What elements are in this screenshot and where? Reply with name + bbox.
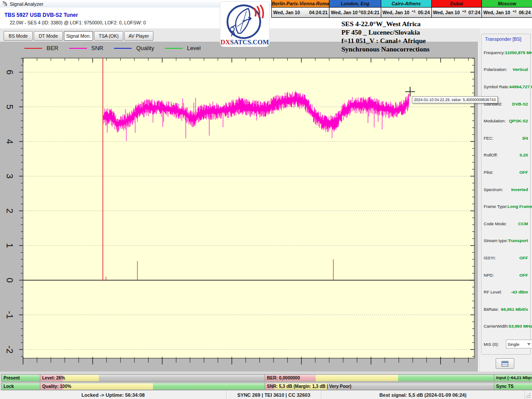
transponder-row-spectrum: Spectrum:Inverted: [481, 181, 530, 198]
clock-london-eng: London, EngWed, Jan 10-103:24:21: [329, 0, 381, 18]
transponder-label: Pilot:: [484, 170, 493, 175]
clock-value: 03:24:21: [361, 10, 379, 15]
clock-time-row: Wed, Jan 10-103:24:21: [329, 8, 381, 18]
clock-city-label: Moscow: [482, 0, 532, 8]
transponder-value: Vertical: [512, 67, 528, 72]
transponder-groupbox-title: Transponder [BS]: [484, 36, 523, 42]
bar-quality: Quality: 100%: [40, 383, 266, 390]
transponder-row-polarization: Polarization:Vertical: [481, 61, 530, 78]
y-axis-label: -1: [5, 311, 15, 319]
dxsatcs-logo: DXSATCS.COM: [220, 2, 269, 47]
transponder-label: Code Mode:: [484, 221, 507, 226]
header-line: SES 4-22.0°W_West Africa: [341, 20, 430, 28]
transponder-row-issyi: ISSYI:OFF: [481, 249, 530, 266]
transponder-row-frame-type: Frame Type:Long Frame: [481, 198, 530, 215]
mis-select[interactable]: Single: [506, 340, 532, 348]
transponder-row-frequency: Frequency:11050,875 MHz: [481, 44, 530, 61]
clock-utc-offset: +3: [462, 9, 466, 13]
clock-cairo-athens: Cairo-AthensWed, Jan 10+105:24: [381, 0, 431, 18]
transponder-row-stream-type: Stream type:Transport: [481, 232, 530, 250]
transponder-row-symbol-rate: Symbol Rate:44994,727 KS/s: [481, 78, 530, 95]
clock-utc-offset: +1: [411, 9, 415, 13]
resize-grip[interactable]: [526, 393, 531, 399]
status-section-3: Best signal: 5,5 dB (2024-01-09 06:24): [321, 391, 525, 399]
clock-moscow: MoscowWed, Jan 10+206:24: [481, 0, 532, 18]
clock-city-label: London, Eng: [329, 0, 381, 8]
bar-present: Present: [1, 374, 41, 382]
tooltip-text: 2024-01-10 04.22.29, value: 5,4000000953…: [414, 98, 496, 102]
transponder-row-rolloff: RollOff:0.20: [481, 147, 530, 164]
transponder-row-bitrate: BitRate:66,951 Mbit/s: [481, 301, 530, 318]
transponder-value: Long Frame: [508, 204, 532, 209]
tab-tsa-ok[interactable]: TSA (OK): [94, 31, 123, 41]
clock-value: 07:24: [468, 10, 480, 15]
transponder-label: NPD:: [484, 273, 494, 278]
clock-city-label: Cairo-Athens: [381, 0, 431, 8]
bar-input: Input (~64,21 Mbps): [494, 374, 532, 382]
transponder-value: Inverted: [511, 187, 528, 192]
header-line: f=11 051_V : Canal+ Afrique: [341, 36, 430, 45]
satellite-dish-logo-icon: DXSATCS.COM: [220, 2, 269, 47]
tab-signal-mon[interactable]: Signal Mon.: [64, 31, 93, 41]
clock-utc-offset: -1: [358, 9, 361, 13]
window-title: Signal Analyzer: [10, 1, 43, 7]
clock-utc-offset: +2: [512, 9, 516, 13]
transponder-value: 11050,875 MHz: [505, 50, 532, 55]
transponder-value: CCM: [518, 221, 528, 226]
tab-av-player[interactable]: AV Player: [124, 31, 153, 41]
clock-value: 05:24: [418, 10, 430, 15]
transponder-label: FEC:: [484, 136, 493, 141]
transponder-header-text: SES 4-22.0°W_West AfricaPF 450 _ Lucenec…: [341, 20, 430, 53]
clock-date: Wed, Jan 10: [273, 10, 300, 15]
header-line: PF 450 _ Lucenec/Slovakia: [341, 28, 430, 36]
mis-selected-value: Single: [508, 342, 520, 347]
clock-date: Wed, Jan 10: [331, 10, 358, 15]
transponder-label: Polarization:: [484, 67, 507, 72]
transponder-panel: Transponder [BS] Frequency:11050,875 MHz…: [480, 28, 532, 372]
transponder-row-pilot: Pilot:OFF: [481, 164, 530, 181]
clock-value: 04:24:21: [309, 10, 328, 15]
clock-berlin-paris-vienna-roma: Berlin-Paris-Vienna-RomaWed, Jan 1004:24…: [271, 0, 329, 18]
clock-time-row: Wed, Jan 10+105:24: [381, 8, 431, 18]
clock-time-row: Wed, Jan 10+206:24: [482, 8, 532, 18]
snr-plot[interactable]: 6543210-1-2: [0, 42, 478, 372]
clock-dubai: DubaiWed, Jan 10+307:24: [431, 0, 482, 18]
save-button[interactable]: [496, 358, 514, 369]
transponder-value: 53,993 MHz: [509, 324, 532, 329]
transponder-row-modulation: Modulation:QPSK-S2: [481, 112, 530, 129]
signal-analyzer-window: { "window": { "title": "Signal Analyzer"…: [0, 0, 532, 399]
bar-ber: BER: 0,0000000: [265, 374, 495, 382]
transponder-groupbox: Transponder [BS] Frequency:11050,875 MHz…: [481, 34, 531, 355]
clock-date: Wed, Jan 10: [383, 10, 410, 15]
y-axis-label: 1: [5, 243, 15, 248]
transponder-label: Stream type:: [484, 238, 508, 243]
chevron-down-icon: [527, 343, 531, 345]
mis-label: MIS (0):: [484, 342, 499, 347]
transponder-label: ISSYI:: [484, 255, 496, 260]
y-axis-label: 3: [5, 174, 15, 179]
signal-chart-panel: BERSNRQualityLevel 6543210-1-2: [0, 42, 479, 372]
tab-dt-mode[interactable]: DT Mode: [34, 31, 63, 41]
bar-sync: Sync TS: [494, 383, 532, 390]
transponder-label: Symbol Rate:: [484, 84, 509, 89]
transponder-row-carrierwidth: CarrierWidth:53,993 MHz: [481, 318, 530, 335]
status-section-2: SYNC 269 | TEI 3610 | CC 32603: [227, 391, 321, 399]
header-line: Synchronous Nanocorrections: [341, 45, 430, 53]
clock-time-row: Wed, Jan 10+307:24: [432, 8, 482, 18]
transponder-label: BitRate:: [484, 307, 499, 312]
transponder-row-fec: FEC:3/4: [481, 129, 530, 147]
tuner-name: TBS 5927 USB DVB-S2 Tuner: [4, 12, 78, 18]
clock-time-row: Wed, Jan 1004:24:21: [272, 8, 329, 18]
status-bar: Locked -> Uptime: 56:34:08SYNC 269 | TEI…: [0, 390, 532, 399]
y-axis-label: 6: [5, 70, 15, 74]
y-axis-label: 5: [5, 104, 15, 109]
y-axis-label: 0: [5, 278, 15, 282]
clock-date: Wed, Jan 10: [483, 10, 510, 15]
transponder-value: Transport: [508, 238, 528, 243]
clock-date: Wed, Jan 10: [433, 10, 460, 15]
transponder-value: OFF: [519, 255, 528, 260]
transponder-label: CarrierWidth:: [484, 324, 509, 329]
tab-bs-mode[interactable]: BS Mode: [4, 31, 33, 41]
tuner-subtitle: 22.0W - SES 4 (ID: 3380) @ LOF1: 9750000…: [10, 20, 146, 25]
mis-row: MIS (0): Single: [481, 338, 532, 350]
